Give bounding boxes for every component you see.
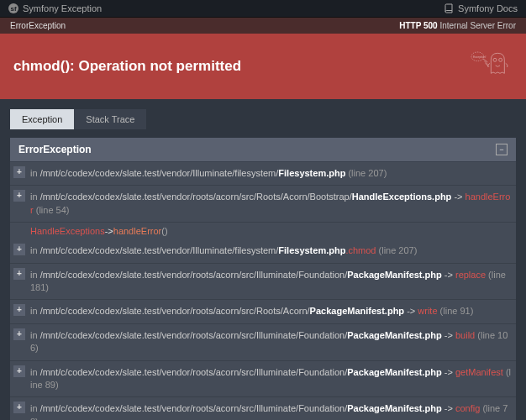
symfony-logo-icon: sf [8,3,18,13]
trace-row: +in /mnt/c/codex/codex/slate.test/vendor… [10,361,516,398]
exception-panel: ErrorException − +in /mnt/c/codex/codex/… [10,138,516,420]
tab-exception[interactable]: Exception [10,109,74,129]
panel-header: ErrorException − [10,138,516,162]
http-code: HTTP 500 [399,21,437,30]
content-area: Exception Stack Trace ErrorException − +… [0,99,526,420]
exception-class-label: ErrorException [10,21,66,30]
expand-icon[interactable]: + [13,304,25,316]
trace-text: in /mnt/c/codex/codex/slate.test/vendor/… [30,399,516,420]
trace-text: in /mnt/c/codex/codex/slate.test/vendor/… [30,326,516,359]
expand-icon[interactable]: + [13,365,25,377]
docs-label: Symfony Docs [458,3,518,13]
http-text: Internal Server Error [439,21,516,30]
brand-label: Symfony Exception [23,3,102,13]
trace-text: in /mnt/c/codex/codex/slate.test/vendor/… [30,302,478,321]
topbar-brand: sf Symfony Exception [8,3,102,13]
collapse-icon[interactable]: − [496,144,508,155]
svg-point-2 [493,58,497,61]
svg-text:Exception!: Exception! [473,55,487,59]
expand-icon[interactable]: + [13,268,25,280]
panel-title: ErrorException [18,144,92,155]
trace-text: in /mnt/c/codex/codex/slate.test/vendor/… [30,241,422,260]
trace-row: +in /mnt/c/codex/codex/slate.test/vendor… [10,264,516,301]
trace-call: HandleExceptions->handleError() [10,223,516,239]
expand-icon[interactable]: + [13,190,25,202]
trace-row: +in /mnt/c/codex/codex/slate.test/vendor… [10,239,516,263]
trace-row: +in /mnt/c/codex/codex/slate.test/vendor… [10,186,516,223]
book-icon [444,3,454,13]
topbar: sf Symfony Exception Symfony Docs [0,0,526,18]
trace-row: +in /mnt/c/codex/codex/slate.test/vendor… [10,324,516,361]
expand-icon[interactable]: + [13,402,25,413]
trace-row: +in /mnt/c/codex/codex/slate.test/vendor… [10,162,516,186]
expand-icon[interactable]: + [13,328,25,340]
tab-stack-trace[interactable]: Stack Trace [74,109,146,129]
trace-row: +in /mnt/c/codex/codex/slate.test/vendor… [10,397,516,420]
error-message: chmod(): Operation not permitted [13,58,241,75]
tabs: Exception Stack Trace [10,109,516,129]
docs-link[interactable]: Symfony Docs [444,3,518,13]
trace-list: +in /mnt/c/codex/codex/slate.test/vendor… [10,162,516,420]
svg-point-3 [499,58,502,61]
trace-row: +in /mnt/c/codex/codex/slate.test/vendor… [10,300,516,323]
trace-text: in /mnt/c/codex/codex/slate.test/vendor/… [30,363,516,396]
ghost-icon: Exception! [467,49,513,84]
expand-icon[interactable]: + [13,166,25,178]
trace-text: in /mnt/c/codex/codex/slate.test/vendor/… [30,187,516,220]
status-bar: ErrorException HTTP 500 Internal Server … [0,18,526,34]
expand-icon[interactable]: + [13,244,25,255]
error-banner: chmod(): Operation not permitted Excepti… [0,34,526,99]
trace-text: in /mnt/c/codex/codex/slate.test/vendor/… [30,265,516,298]
http-status: HTTP 500 Internal Server Error [399,21,516,30]
trace-text: in /mnt/c/codex/codex/slate.test/vendor/… [30,164,392,183]
